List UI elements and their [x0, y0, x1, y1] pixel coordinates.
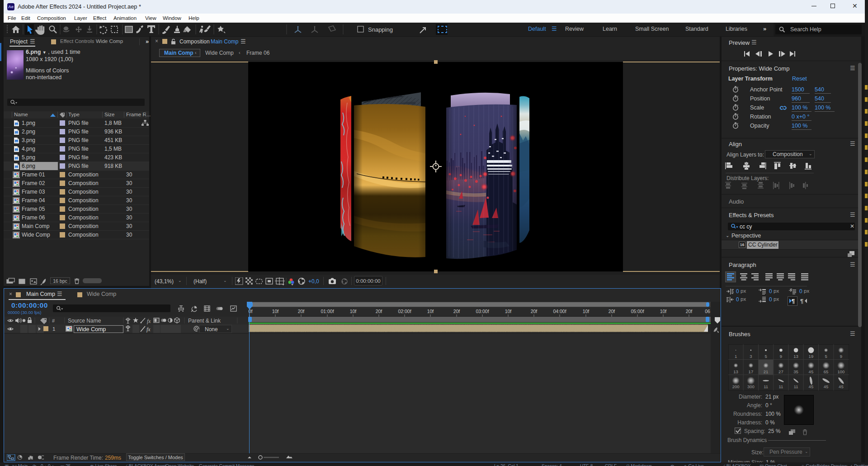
svg-text:Snapping: Snapping: [368, 26, 393, 33]
svg-text:1: 1: [52, 326, 55, 332]
svg-text:20f: 20f: [298, 309, 305, 314]
svg-text:02:00f: 02:00f: [398, 309, 411, 314]
svg-text:20f: 20f: [531, 309, 538, 314]
svg-text:10f: 10f: [427, 309, 434, 314]
svg-text:13: 13: [733, 369, 738, 374]
svg-text:fx: fx: [147, 319, 151, 324]
svg-text:5: 5: [764, 354, 767, 359]
svg-text:35: 35: [793, 369, 798, 374]
svg-text:45: 45: [809, 384, 814, 389]
svg-text:5: 5: [825, 354, 827, 359]
svg-text:17: 17: [749, 369, 754, 374]
svg-text:10f: 10f: [350, 309, 357, 314]
svg-text:11: 11: [794, 384, 798, 389]
svg-text:11: 11: [764, 384, 768, 389]
svg-text:10f: 10f: [583, 309, 590, 314]
svg-text:¶: ¶: [800, 298, 803, 304]
svg-text:45: 45: [839, 384, 844, 389]
svg-text:1: 1: [735, 354, 737, 359]
svg-text:05:00f: 05:00f: [631, 309, 644, 314]
svg-text:Parent & Link: Parent & Link: [188, 318, 221, 324]
svg-text:10f: 10f: [660, 309, 667, 314]
svg-text:9: 9: [780, 354, 782, 359]
svg-text:10f: 10f: [272, 309, 279, 314]
svg-text:06: 06: [705, 309, 710, 314]
svg-text:45: 45: [824, 384, 829, 389]
svg-text:21: 21: [764, 369, 769, 374]
svg-text:9: 9: [840, 354, 842, 359]
svg-text:20f: 20f: [453, 309, 460, 314]
svg-text:20f: 20f: [376, 309, 382, 314]
svg-text:11: 11: [778, 384, 783, 389]
svg-text:¶: ¶: [792, 298, 795, 304]
svg-text:20f: 20f: [609, 309, 615, 314]
svg-text:65: 65: [824, 369, 829, 374]
svg-text:10f: 10f: [505, 309, 512, 314]
svg-text:04:00f: 04:00f: [553, 309, 566, 314]
svg-text:200: 200: [732, 384, 740, 389]
svg-text:45: 45: [809, 369, 814, 374]
svg-text:300: 300: [747, 384, 755, 389]
svg-text:03:00f: 03:00f: [476, 309, 489, 314]
svg-text:01:00f: 01:00f: [321, 309, 334, 314]
svg-text:Source Name: Source Name: [68, 318, 101, 324]
svg-text:#: #: [52, 318, 55, 323]
svg-text:3: 3: [750, 354, 752, 359]
svg-text:27: 27: [778, 369, 783, 374]
svg-text:fx: fx: [146, 326, 151, 333]
svg-text:13: 13: [793, 354, 798, 359]
svg-text:19: 19: [809, 354, 814, 359]
svg-text:20f: 20f: [686, 309, 693, 314]
svg-text:100: 100: [837, 369, 844, 374]
